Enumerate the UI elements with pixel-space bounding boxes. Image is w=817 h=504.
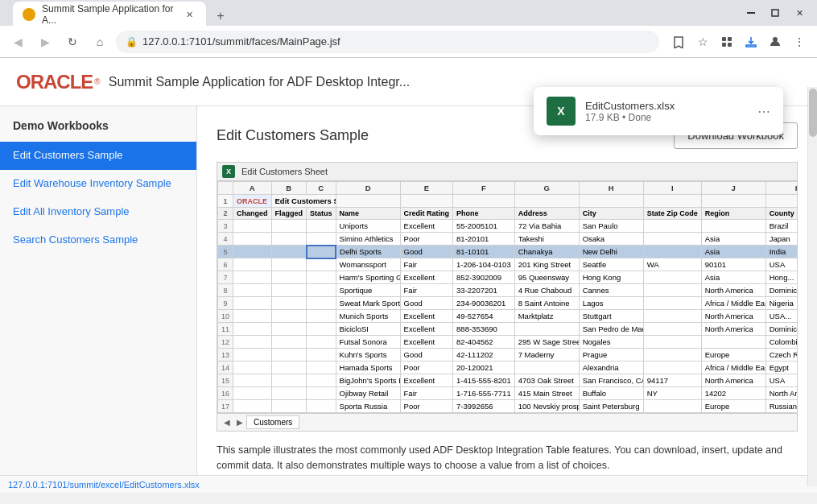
col-phone: Phone [453,208,515,220]
sidebar-item-edit-customers[interactable]: Edit Customers Sample [0,142,196,170]
lock-icon: 🔒 [126,36,138,48]
col-e: E [400,182,453,195]
table-row: 3 UniportsExcellent55-200510172 Via Bahi… [218,220,798,233]
browser-toolbar: ☆ ⋮ [667,31,811,53]
row-num: 2 [218,208,233,220]
sidebar-title: Demo Workbooks [0,119,196,142]
excel-logo-icon: X [222,165,235,178]
refresh-button[interactable]: ↻ [61,31,84,53]
excel-preview: X Edit Customers Sheet A B C D [217,162,798,432]
table-row: 12 Futsal SonoraExcellent82-404562295 W … [218,336,798,349]
minimize-button[interactable] [740,2,762,24]
maximize-button[interactable] [764,2,786,24]
forward-button[interactable]: ▶ [34,31,56,53]
col-b: B [271,182,307,195]
col-k: K [765,182,798,195]
table-row: 2 Changed Flagged Status Name Credit Rat… [218,208,798,220]
download-file-icon: X [547,97,576,126]
col-credit: Credit Rating [400,208,453,220]
download-more-button[interactable]: ⋯ [757,104,770,119]
sheet-tab-customers[interactable]: Customers [246,415,299,429]
svg-rect-2 [722,37,726,41]
table-row: 16 Ojibway RetailFair1-716-555-7711415 M… [218,387,798,400]
back-button[interactable]: ◀ [6,31,29,53]
corner-cell [218,182,233,195]
row-num: 1 [218,195,233,208]
table-row: 9 Sweat Mark SportsGood234-900362018 Sai… [218,297,798,310]
table-row: 8 SportiqueFair33-22072014 Rue ChaboudCa… [218,284,798,297]
oracle-logo-cell: ORACLE [233,195,272,208]
oracle-logo: ORACLE® [16,71,101,93]
scrollbar-track[interactable] [807,87,817,486]
oracle-tm: ® [94,77,100,86]
bookmark-icon[interactable] [667,31,690,53]
description: This sample illustrates the most commonl… [217,443,798,473]
main-panel: Edit Customers Sample Download Workbook … [197,106,817,475]
status-bar: 127.0.0.1:7101/summit/excel/EditCustomer… [0,475,817,493]
table-row: 11 BicicloSIExcellent888-353690San Pedro… [218,323,798,336]
col-name: Name [336,208,400,220]
star-icon[interactable]: ☆ [691,31,714,53]
svg-rect-0 [747,12,755,14]
excel-sheet-title: Edit Customers Sheet [241,167,328,176]
status-url: 127.0.0.1:7101/summit/excel/EditCustomer… [8,480,200,490]
browser-tab[interactable]: Summit Sample Application for A... ✕ [13,2,206,27]
download-status: 17.9 KB • Done [585,112,748,123]
col-f: F [453,182,515,195]
col-state: State Zip Code [643,208,701,220]
menu-icon[interactable]: ⋮ [788,31,811,53]
svg-rect-5 [728,43,732,47]
col-i: I [643,182,701,195]
sheet-title-cell: Edit Customers Sheet [271,195,336,208]
sidebar-item-edit-all-inventory[interactable]: Edit All Inventory Sample [0,198,196,226]
panel-title: Edit Customers Sample [217,127,369,144]
url-bar[interactable]: 🔒 127.0.0.1:7101/summit/faces/MainPage.j… [116,31,659,53]
tab-title: Summit Sample Application for A... [42,3,175,26]
sidebar-item-edit-warehouse[interactable]: Edit Warehouse Inventory Sample [0,170,196,198]
window-controls: ✕ [740,2,811,24]
app-title: Summit Sample Application for ADF Deskto… [109,75,410,89]
content-area: Demo Workbooks Edit Customers Sample Edi… [0,106,817,475]
svg-rect-4 [722,43,726,47]
table-row: 7 Harm's Sporting GoodsExcellent852-3902… [218,271,798,284]
address-bar: ◀ ▶ ↻ ⌂ 🔒 127.0.0.1:7101/summit/faces/Ma… [0,26,817,58]
download-info: EditCustomers.xlsx 17.9 KB • Done [585,100,748,123]
download-popup: X EditCustomers.xlsx 17.9 KB • Done ⋯ [534,87,783,135]
col-j: J [701,182,765,195]
download-filename: EditCustomers.xlsx [585,100,748,112]
table-row: 1 ORACLE Edit Customers Sheet [218,195,798,208]
col-g: G [514,182,579,195]
extensions-icon[interactable] [716,31,738,53]
svg-rect-1 [772,10,778,16]
sheet-tabs: ◀ ▶ Customers [217,413,797,431]
download-icon[interactable] [740,31,762,53]
table-row: 6 WomanssportFair1-206-104-0103201 King … [218,258,798,271]
table-row: 5 Delhi SportsGood81-10101ChanakyaNew De… [218,246,798,258]
table-row: 13 Kuhn's SportsGood42-1112027 MadernyPr… [218,349,798,361]
close-button[interactable]: ✕ [788,2,811,24]
scrollbar-thumb[interactable] [809,89,817,137]
excel-toolbar: X Edit Customers Sheet [217,163,797,181]
sheet-nav-next[interactable]: ▶ [233,418,246,427]
new-tab-button[interactable]: + [209,5,232,27]
sidebar: Demo Workbooks Edit Customers Sample Edi… [0,106,197,475]
sheet-nav-prev[interactable]: ◀ [221,418,233,427]
table-row: 17 Sporta RussiaPoor7-3992656100 Nevskiy… [218,400,798,413]
table-row: 10 Munich SportsExcellent49-527654Marktp… [218,310,798,323]
spreadsheet-grid: A B C D E F G H I J K L [217,181,797,413]
sidebar-item-search-customers[interactable]: Search Customers Sample [0,226,196,254]
tab-close-button[interactable]: ✕ [182,7,196,22]
col-c: C [307,182,336,195]
col-city: City [579,208,643,220]
col-address: Address [514,208,579,220]
oracle-logo-text: ORACLE [16,71,93,93]
excel-logo: X [222,165,235,178]
home-button[interactable]: ⌂ [89,31,111,53]
table-row: 4 Simino AthleticsPoor81-20101TakeshiOsa… [218,233,798,246]
title-bar: Summit Sample Application for A... ✕ + ✕ [0,0,817,26]
col-a: A [233,182,272,195]
profile-icon[interactable] [764,31,786,53]
col-flagged: Flagged [271,208,307,220]
tab-favicon [23,8,35,21]
col-d: D [336,182,400,195]
